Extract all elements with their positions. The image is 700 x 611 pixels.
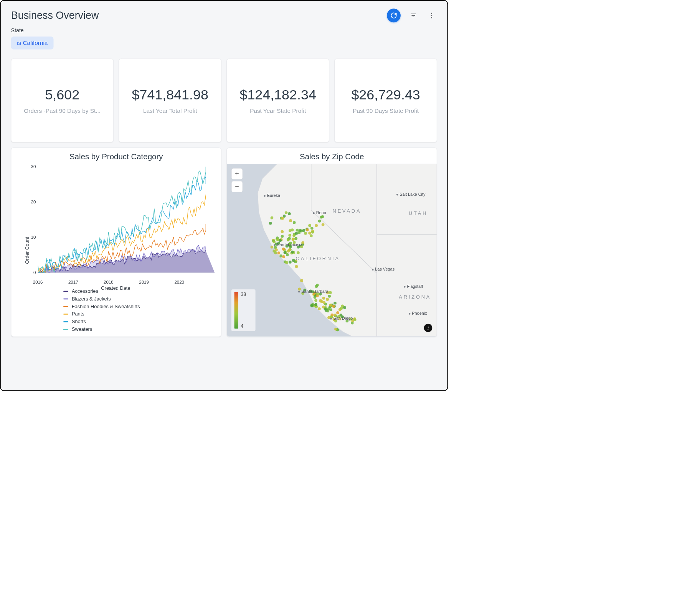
legend-label: Fashion Hoodies & Sweatshirts: [72, 304, 140, 309]
chart-wrap: Order Count 0102030 20162017201820192020…: [14, 164, 217, 337]
legend-swatch: [63, 306, 68, 307]
map-zip-dot: [269, 222, 272, 225]
map-zip-dot: [334, 328, 337, 331]
map-zip-dot: [310, 227, 314, 230]
filter-button[interactable]: [408, 10, 419, 21]
map-zoom-in-button[interactable]: +: [231, 168, 243, 179]
filter-chip-state[interactable]: is California: [11, 36, 54, 49]
legend-swatch: [63, 321, 68, 322]
kpi-label: Orders -Past 90 Days by St...: [24, 107, 101, 114]
map-zip-dot: [322, 297, 325, 300]
city-label-sd: San Diego: [330, 316, 353, 321]
y-tick: 30: [26, 164, 36, 169]
x-tick: 2016: [33, 279, 43, 284]
map-zip-dot: [287, 249, 290, 253]
header-actions: [387, 8, 437, 22]
page-title: Business Overview: [11, 10, 99, 21]
dashboard-frame: Business Overview State is California 5,…: [0, 0, 448, 391]
map-zip-dot: [329, 308, 332, 311]
city-label-reno: Reno: [313, 210, 326, 215]
map-area[interactable]: + − NEVADA CALIFORNIA UTAH ARIZONA Eurek…: [227, 164, 437, 337]
map-title: Sales by Zip Code: [227, 148, 437, 164]
city-label-phoenix: Phoenix: [409, 311, 427, 316]
map-legend-gradient: [234, 292, 238, 329]
chart-title: Sales by Product Category: [11, 148, 221, 164]
y-tick: 10: [26, 235, 36, 240]
map-zip-dot: [279, 239, 282, 242]
chart-panel[interactable]: Sales by Product Category Order Count 01…: [11, 148, 221, 337]
kpi-value: $741,841.98: [132, 87, 208, 103]
kpi-card-state-profit-year[interactable]: $124,182.34 Past Year State Profit: [227, 59, 329, 142]
map-legend: 38 4: [231, 289, 256, 331]
map-zip-dot: [288, 234, 291, 237]
y-tick: 0: [26, 270, 36, 275]
city-label-sb: Santa Barbara: [298, 289, 328, 294]
legend-label: Blazers & Jackets: [72, 296, 140, 302]
kpi-label: Last Year Total Profit: [143, 107, 197, 114]
kpi-card-state-profit-90d[interactable]: $26,729.43 Past 90 Days State Profit: [335, 59, 437, 142]
map-zip-dot: [319, 299, 322, 302]
kpi-value: $124,182.34: [240, 87, 316, 103]
legend-swatch: [63, 299, 68, 300]
chart-y-ticks: 0102030: [26, 167, 36, 273]
map-legend-max: 38: [241, 291, 246, 297]
map-zip-dot: [322, 223, 325, 226]
legend-swatch: [63, 329, 68, 330]
chart-body: Order Count 0102030 20162017201820192020…: [11, 164, 221, 337]
state-label-utah: UTAH: [409, 210, 428, 216]
map-zip-dot: [328, 295, 331, 298]
x-tick: 2020: [174, 279, 184, 284]
more-vert-icon: [428, 12, 435, 19]
map-zip-dot: [291, 250, 294, 253]
x-tick: 2019: [139, 279, 149, 284]
state-label-arizona: ARIZONA: [399, 294, 431, 300]
kpi-card-total-profit[interactable]: $741,841.98 Last Year Total Profit: [119, 59, 221, 142]
city-label-sf: San Francisco: [274, 243, 304, 248]
filter-icon: [410, 12, 417, 19]
legend-swatch: [63, 314, 68, 315]
city-label-vegas: Las Vegas: [372, 267, 395, 272]
state-label-nevada: NEVADA: [333, 208, 362, 214]
city-label-eureka: Eureka: [264, 193, 280, 198]
state-label-california: CALIFORNIA: [296, 256, 340, 262]
chart-plot-area: [38, 167, 215, 273]
panels-row: Sales by Product Category Order Count 01…: [1, 142, 447, 347]
dashboard-header: Business Overview: [1, 1, 447, 26]
legend-label: Pants: [72, 311, 140, 317]
map-zip-dot: [271, 246, 274, 249]
map-zip-dot: [336, 311, 339, 314]
map-zoom-controls: + −: [231, 168, 243, 192]
filter-block: State is California: [1, 26, 447, 56]
svg-point-5: [431, 17, 432, 18]
map-zip-dot: [292, 234, 296, 237]
minus-icon: −: [235, 183, 239, 190]
map-zip-dot: [285, 261, 288, 264]
map-zip-dot: [293, 221, 296, 224]
kpi-card-orders[interactable]: 5,602 Orders -Past 90 Days by St...: [11, 59, 114, 142]
map-zip-dot: [314, 303, 317, 306]
legend-label: Shorts: [72, 319, 140, 325]
x-tick: 2018: [104, 279, 114, 284]
refresh-button[interactable]: [387, 8, 401, 22]
map-zip-dot: [300, 279, 303, 282]
map-zip-dot: [282, 248, 285, 251]
map-zip-dot: [332, 305, 335, 308]
kpi-label: Past Year State Profit: [250, 107, 306, 114]
kpi-value: $26,729.43: [351, 87, 420, 103]
kpi-row: 5,602 Orders -Past 90 Days by St... $741…: [1, 56, 447, 142]
legend-swatch: [63, 291, 68, 292]
map-panel[interactable]: Sales by Zip Code + −: [227, 148, 437, 337]
filter-label: State: [11, 27, 437, 34]
svg-point-3: [431, 13, 432, 14]
more-button[interactable]: [426, 10, 437, 21]
map-zip-dot: [353, 318, 357, 321]
chart-legend: AccessoriesBlazers & JacketsFashion Hood…: [63, 288, 140, 332]
legend-label: Accessories: [72, 288, 140, 294]
map-zip-dot: [285, 211, 288, 214]
map-zip-dot: [275, 248, 278, 251]
map-zip-dot: [311, 231, 314, 234]
map-info-button[interactable]: i: [424, 324, 433, 332]
map-zoom-out-button[interactable]: −: [231, 181, 243, 192]
map-zip-dot: [288, 212, 291, 215]
legend-label: Sweaters: [72, 327, 140, 332]
